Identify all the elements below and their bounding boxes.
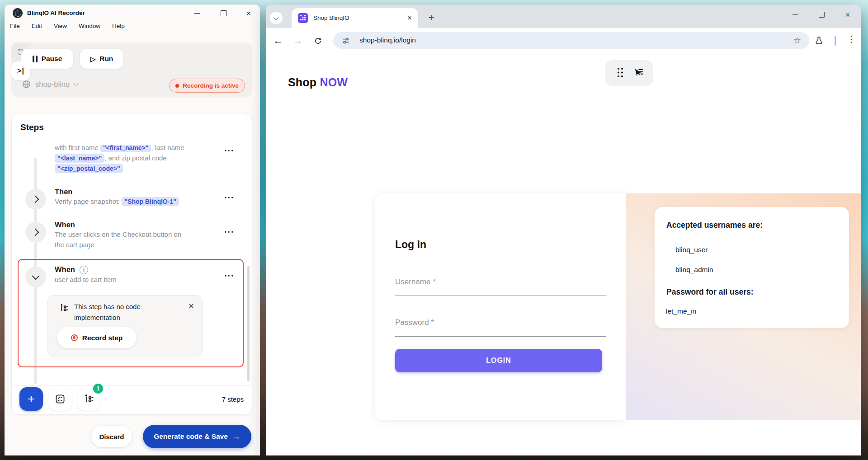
step-expand-button[interactable] bbox=[25, 222, 46, 243]
active-tab[interactable]: Shop BlinqIO × bbox=[292, 8, 418, 28]
password-field[interactable]: Password * bbox=[395, 318, 434, 327]
step-code-icon bbox=[60, 304, 69, 313]
record-icon bbox=[71, 334, 78, 341]
record-step-button[interactable]: Record step bbox=[57, 327, 137, 348]
checklist-icon bbox=[55, 394, 65, 404]
menu-edit[interactable]: Edit bbox=[32, 23, 42, 29]
info-icon[interactable]: i bbox=[80, 266, 88, 274]
recorder-overlay-widget[interactable] bbox=[605, 60, 653, 86]
param-chip: "<first_name>" bbox=[100, 145, 151, 152]
minimize-icon[interactable] bbox=[782, 5, 808, 24]
param-chip: "<zip_postal_code>" bbox=[55, 164, 123, 173]
steps-flow-icon bbox=[84, 394, 94, 404]
checklist-button[interactable] bbox=[48, 387, 72, 411]
chevron-down-icon bbox=[73, 80, 79, 86]
steps-panel-title: Steps bbox=[20, 122, 44, 132]
tab-search-button[interactable] bbox=[270, 12, 283, 24]
generate-save-button[interactable]: Generate code & Save → bbox=[143, 425, 251, 448]
desktop: BlinqIO AI Recorder × File Edit View Win… bbox=[0, 0, 868, 460]
site-favicon bbox=[298, 13, 308, 23]
steps-footer: + 1 7 steps bbox=[12, 385, 252, 414]
run-button[interactable]: ▷ Run bbox=[80, 49, 123, 69]
usernames-heading: Accepted usernames are: bbox=[666, 221, 763, 230]
close-icon[interactable]: × bbox=[243, 7, 255, 19]
reload-icon[interactable] bbox=[311, 34, 324, 47]
step-row-when-add-to-cart[interactable]: Wheni user add to cart item bbox=[55, 265, 190, 285]
snapshot-chip: "Shop BlinqIO-1" bbox=[122, 197, 179, 206]
login-button[interactable]: LOGIN bbox=[395, 349, 602, 372]
step-description: Verify page snapshot: "Shop BlinqIO-1" bbox=[55, 196, 179, 207]
bookmark-star-icon[interactable]: ☆ bbox=[793, 35, 801, 46]
site-name: shop-blinq bbox=[35, 80, 70, 89]
tab-title: Shop BlinqIO bbox=[313, 14, 349, 21]
step-expand-button[interactable] bbox=[25, 189, 46, 210]
step-row-then[interactable]: Then Verify page snapshot: "Shop BlinqIO… bbox=[55, 188, 179, 207]
recorder-window: BlinqIO AI Recorder × File Edit View Win… bbox=[5, 5, 260, 455]
menu-file[interactable]: File bbox=[10, 23, 20, 29]
steps-panel: Steps with first name "<first_name>", la… bbox=[11, 114, 252, 415]
steps-scrollbar[interactable] bbox=[247, 266, 250, 381]
site-settings-icon[interactable] bbox=[341, 36, 350, 47]
address-bar[interactable]: shop-blinq.io/login ☆ bbox=[333, 32, 809, 49]
step-row-when-checkout[interactable]: When The user clicks on the Checkout but… bbox=[55, 221, 193, 250]
site-logo: Shop NOW bbox=[288, 76, 348, 89]
step-menu-button[interactable]: ••• bbox=[225, 273, 235, 278]
maximize-icon[interactable] bbox=[808, 5, 835, 24]
credentials-info-card: Accepted usernames are: blinq_user blinq… bbox=[655, 207, 849, 328]
step-collapse-button[interactable] bbox=[25, 267, 46, 287]
back-icon[interactable]: ← bbox=[272, 34, 284, 47]
step-description: The user clicks on the Checkout button o… bbox=[55, 229, 193, 250]
web-page: Shop NOW Log In Username * P bbox=[266, 53, 861, 455]
close-icon[interactable]: × bbox=[835, 5, 861, 24]
menu-view[interactable]: View bbox=[54, 23, 67, 29]
login-card: Log In Username * Password * LOGIN bbox=[375, 193, 626, 420]
browser-menu-icon[interactable]: ⋮ bbox=[846, 34, 857, 44]
tab-strip: Shop BlinqIO × + × bbox=[266, 5, 861, 28]
step-keyword: Then bbox=[55, 188, 179, 196]
info-panel-background: Accepted usernames are: blinq_user blinq… bbox=[626, 193, 861, 420]
recording-status-badge: Recording is active bbox=[169, 79, 245, 93]
username-item: blinq_admin bbox=[675, 266, 713, 274]
url-text[interactable]: shop-blinq.io/login bbox=[359, 36, 416, 44]
drag-handle-icon[interactable] bbox=[618, 68, 623, 77]
username-underline bbox=[395, 296, 606, 296]
tab-close-icon[interactable]: × bbox=[407, 14, 412, 23]
new-tab-button[interactable]: + bbox=[425, 11, 438, 24]
no-code-message: This step has no code implementation bbox=[74, 301, 169, 323]
step-row-clipped[interactable]: with first name "<first_name>", last nam… bbox=[55, 145, 190, 174]
menu-window[interactable]: Window bbox=[79, 23, 100, 29]
chevron-right-icon bbox=[31, 229, 39, 236]
steps-list[interactable]: with first name "<first_name>", last nam… bbox=[12, 145, 252, 386]
step-menu-button[interactable]: ••• bbox=[225, 229, 235, 235]
pick-element-icon[interactable] bbox=[633, 67, 644, 80]
step-menu-button[interactable]: ••• bbox=[225, 148, 235, 153]
site-selector[interactable]: shop-blinq bbox=[22, 80, 78, 89]
step-menu-button[interactable]: ••• bbox=[225, 195, 235, 200]
chevron-down-icon bbox=[32, 272, 40, 280]
login-title: Log In bbox=[395, 239, 426, 251]
discard-button[interactable]: Discard bbox=[91, 426, 132, 447]
maximize-icon[interactable] bbox=[217, 7, 229, 19]
username-field[interactable]: Username * bbox=[395, 277, 436, 286]
chevron-down-icon bbox=[274, 15, 278, 20]
recorder-toolbar: Pause ▷ Run >| shop-blinq bbox=[11, 42, 252, 98]
arrow-right-icon: → bbox=[232, 432, 241, 441]
experiments-flask-icon[interactable] bbox=[814, 36, 824, 47]
chevron-right-icon bbox=[31, 196, 39, 203]
window-controls: × bbox=[782, 5, 861, 24]
pause-button[interactable]: Pause bbox=[21, 49, 73, 69]
recording-dot-icon bbox=[175, 84, 179, 88]
close-icon[interactable]: × bbox=[189, 301, 194, 311]
browser-toolbar: ← → shop-blinq.io/login ☆ bbox=[266, 28, 861, 53]
forward-icon[interactable]: → bbox=[292, 34, 304, 47]
add-step-button[interactable]: + bbox=[19, 387, 43, 411]
no-code-callout: This step has no code implementation × R… bbox=[47, 295, 203, 357]
menu-help[interactable]: Help bbox=[112, 23, 125, 29]
blinqio-logo-icon bbox=[13, 8, 23, 18]
minimize-icon[interactable] bbox=[191, 7, 203, 19]
recorder-menubar: File Edit View Window Help bbox=[10, 23, 125, 29]
play-icon: ▷ bbox=[90, 56, 96, 62]
steps-count: 7 steps bbox=[222, 395, 244, 403]
password-underline bbox=[395, 336, 606, 337]
username-item: blinq_user bbox=[675, 246, 708, 254]
